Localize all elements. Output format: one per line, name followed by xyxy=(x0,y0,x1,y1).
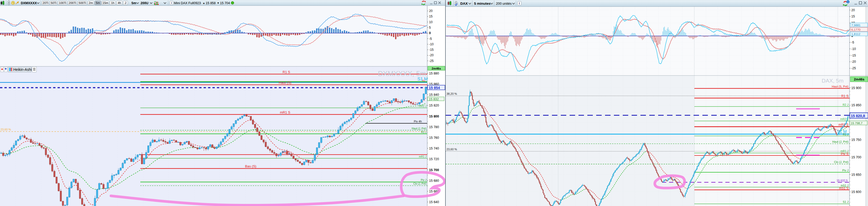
svg-text:15 800: 15 800 xyxy=(429,115,439,118)
svg-text:15 820,8: 15 820,8 xyxy=(851,114,865,118)
svg-text:mR1 S: mR1 S xyxy=(280,111,290,114)
svg-text:5m: 5m xyxy=(96,1,100,4)
svg-text:6,1770: 6,1770 xyxy=(851,28,861,31)
svg-text:i: i xyxy=(171,1,172,4)
svg-text:4h: 4h xyxy=(118,1,121,4)
svg-text:15: 15 xyxy=(429,14,433,18)
svg-text:R1 J: R1 J xyxy=(843,133,848,136)
svg-text:mR2 J: mR2 J xyxy=(419,105,427,108)
svg-text:15 780: 15 780 xyxy=(429,125,439,129)
svg-text:Piv 4h: Piv 4h xyxy=(414,120,422,123)
svg-text:15 650: 15 650 xyxy=(851,173,861,177)
svg-text:100Ti: 100Ti xyxy=(59,1,66,4)
svg-text:20: 20 xyxy=(851,8,855,12)
svg-text:20: 20 xyxy=(429,9,433,13)
svg-text:mR1 S: mR1 S xyxy=(839,123,848,126)
svg-text:▲: ▲ xyxy=(203,2,205,4)
svg-text:Piv S: Piv S xyxy=(282,150,290,154)
svg-text:-25: -25 xyxy=(429,59,434,63)
svg-text:Clo (J, Pré): Clo (J, Pré) xyxy=(834,160,848,164)
svg-text:1,8112: 1,8112 xyxy=(851,33,860,36)
svg-text:2m46s: 2m46s xyxy=(432,67,441,70)
svg-text:J: J xyxy=(125,1,126,4)
svg-text:15 820: 15 820 xyxy=(429,104,439,107)
svg-text:38,20 %: 38,20 % xyxy=(446,92,457,95)
svg-text:-20: -20 xyxy=(429,53,434,57)
svg-text:DAX: DAX xyxy=(460,2,468,5)
svg-text:2m46s: 2m46s xyxy=(854,77,864,81)
svg-text:5: 5 xyxy=(429,26,431,29)
svg-text:Haut (J, Pré): Haut (J, Pré) xyxy=(412,127,427,130)
svg-text:50Ti: 50Ti xyxy=(51,1,57,4)
svg-text:15 700: 15 700 xyxy=(851,155,861,159)
svg-text:15 740: 15 740 xyxy=(429,147,439,150)
svg-text:23,60 %: 23,60 % xyxy=(1,128,11,131)
svg-text:Bas (S): Bas (S) xyxy=(245,164,256,168)
svg-text:-15: -15 xyxy=(429,48,434,52)
svg-text:5m: 5m xyxy=(131,1,136,5)
svg-text:15 632,5: 15 632,5 xyxy=(837,179,848,182)
svg-text:15 600: 15 600 xyxy=(851,190,861,194)
svg-text:0: 0 xyxy=(429,31,431,35)
svg-text:mR2 J: mR2 J xyxy=(840,117,848,121)
svg-text:15 840: 15 840 xyxy=(429,93,439,97)
svg-text:mR1 J: mR1 J xyxy=(419,155,427,158)
svg-text:15 640: 15 640 xyxy=(429,200,439,204)
svg-text:i: i xyxy=(519,2,520,5)
svg-text:Haut (J, Pré): Haut (J, Pré) xyxy=(832,140,848,143)
svg-text:20Ti: 20Ti xyxy=(43,1,49,4)
svg-text:-15: -15 xyxy=(851,54,856,57)
svg-text:i: i xyxy=(848,1,848,3)
svg-text:Mini DAX Full0923: Mini DAX Full0923 xyxy=(174,1,201,5)
svg-text:200U: 200U xyxy=(141,1,148,5)
svg-text:S1 J: S1 J xyxy=(843,200,848,203)
svg-text:Haut (S, Pré): Haut (S, Pré) xyxy=(832,85,848,88)
svg-text:15 858: 15 858 xyxy=(206,1,216,5)
svg-text:R1 S: R1 S xyxy=(841,94,848,98)
svg-text:15 704: 15 704 xyxy=(220,1,230,5)
svg-text:-10: -10 xyxy=(429,42,434,46)
svg-text:15: 15 xyxy=(851,14,855,18)
svg-text:15 854: 15 854 xyxy=(429,86,440,90)
svg-text:-20: -20 xyxy=(851,60,856,63)
svg-text:15 832: 15 832 xyxy=(429,97,439,101)
svg-text:7,9881: 7,9881 xyxy=(851,24,861,27)
svg-text:500Ti: 500Ti xyxy=(79,1,86,4)
svg-text:R1 J: R1 J xyxy=(421,131,427,134)
svg-text:Piv J: Piv J xyxy=(421,179,427,181)
svg-text:1h: 1h xyxy=(111,1,115,4)
svg-text:-5: -5 xyxy=(429,37,432,41)
svg-text:200 unités: 200 unités xyxy=(496,2,512,5)
svg-text:Haut (S): Haut (S) xyxy=(279,81,291,85)
svg-text:15m: 15m xyxy=(102,1,108,4)
svg-text:15 880: 15 880 xyxy=(429,71,439,75)
svg-text:15 760: 15 760 xyxy=(429,136,439,140)
svg-text:23,60 %: 23,60 % xyxy=(446,148,457,151)
svg-text:Piv S: Piv S xyxy=(841,152,848,156)
svg-text:Heikin-Ashi: Heikin-Ashi xyxy=(13,67,32,71)
svg-text:10: 10 xyxy=(429,20,433,24)
svg-text:200Ti: 200Ti xyxy=(69,1,76,4)
svg-text:15 700: 15 700 xyxy=(429,168,439,172)
svg-text:-10: -10 xyxy=(851,47,856,51)
svg-text:15 850: 15 850 xyxy=(851,104,861,107)
svg-text:15 900: 15 900 xyxy=(851,86,861,90)
svg-text:DXMXXXX: DXMXXXX xyxy=(21,1,37,5)
svg-text:R1: R1 xyxy=(422,80,426,82)
svg-text:5 minutes: 5 minutes xyxy=(474,2,491,5)
svg-text:-25: -25 xyxy=(851,66,856,70)
svg-text:mS1 S: mS1 S xyxy=(839,186,848,190)
svg-text:15 680: 15 680 xyxy=(429,179,439,182)
svg-text:2m: 2m xyxy=(89,1,93,4)
svg-text:15 798,7: 15 798,7 xyxy=(851,122,863,125)
svg-text:▼: ▼ xyxy=(217,2,219,4)
svg-text:R2 J: R2 J xyxy=(842,103,848,106)
svg-text:15 750: 15 750 xyxy=(851,138,861,142)
svg-text:DXMXXXX, 5m: DXMXXXX, 5m xyxy=(378,70,426,78)
svg-text:Clo (J, Pré): Clo (J, Pré) xyxy=(413,182,427,185)
svg-text:15 720: 15 720 xyxy=(429,157,439,161)
svg-text:R1 S: R1 S xyxy=(283,70,290,74)
svg-text:DAX, 5m: DAX, 5m xyxy=(822,78,843,84)
svg-text:Piv J: Piv J xyxy=(842,169,848,172)
svg-text:-5: -5 xyxy=(851,41,854,44)
